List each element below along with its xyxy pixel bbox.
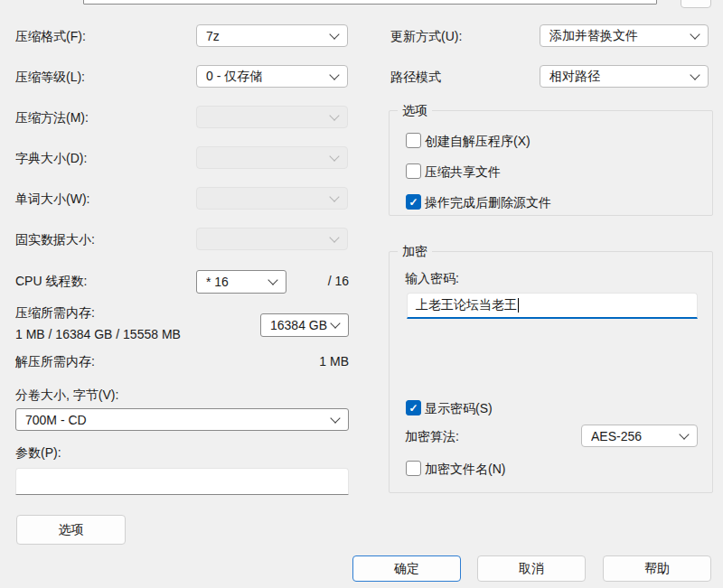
memory-compress-select[interactable]: 16384 GB bbox=[260, 313, 349, 337]
format-select[interactable]: 7z bbox=[196, 24, 348, 47]
check-icon: ✓ bbox=[408, 403, 418, 414]
update-mode-value: 添加并替换文件 bbox=[549, 28, 638, 44]
memory-compress-value: 16384 GB bbox=[270, 318, 327, 332]
method-label: 压缩方法(M): bbox=[15, 110, 89, 126]
encryption-method-label: 加密算法: bbox=[405, 429, 459, 445]
chevron-down-icon bbox=[329, 191, 339, 201]
word-size-label: 单词大小(W): bbox=[15, 191, 89, 208]
chevron-down-icon bbox=[329, 110, 339, 120]
encryption-method-select[interactable]: AES-256 bbox=[581, 425, 698, 447]
chevron-down-icon bbox=[330, 318, 340, 328]
password-label: 输入密码: bbox=[405, 271, 459, 287]
create-sfx-checkbox[interactable]: ✓ bbox=[406, 133, 421, 148]
encrypt-names-label[interactable]: 加密文件名(N) bbox=[425, 462, 505, 478]
chevron-down-icon bbox=[679, 429, 689, 439]
password-input[interactable]: 上老王论坛当老王 bbox=[407, 293, 698, 319]
password-value: 上老王论坛当老王 bbox=[416, 297, 517, 313]
word-size-select bbox=[196, 187, 348, 210]
volume-size-combobox[interactable]: 700M - CD bbox=[15, 408, 349, 431]
ok-button[interactable]: 确定 bbox=[352, 555, 461, 582]
format-value: 7z bbox=[206, 29, 220, 43]
level-label: 压缩等级(L): bbox=[15, 70, 85, 86]
encryption-groupbox: 加密 bbox=[389, 251, 713, 493]
format-label: 压缩格式(F): bbox=[15, 29, 86, 45]
show-password-label[interactable]: 显示密码(S) bbox=[425, 401, 493, 417]
add-to-archive-dialog: 压缩格式(F): 7z 压缩等级(L): 0 - 仅存储 压缩方法(M): 字典… bbox=[0, 0, 723, 588]
update-mode-label: 更新方式(U): bbox=[390, 29, 462, 45]
text-cursor bbox=[518, 298, 519, 313]
compress-shared-label[interactable]: 压缩共享文件 bbox=[425, 164, 501, 181]
cpu-threads-select[interactable]: * 16 bbox=[196, 270, 286, 294]
options-group-title: 选项 bbox=[398, 103, 432, 119]
path-mode-select[interactable]: 相对路径 bbox=[540, 65, 709, 88]
encrypt-names-checkbox[interactable]: ✓ bbox=[406, 461, 421, 476]
memory-decompress-value: 1 MB bbox=[258, 354, 349, 369]
check-icon: ✓ bbox=[408, 197, 418, 208]
solid-block-label: 固实数据大小: bbox=[15, 232, 95, 248]
dictionary-size-select bbox=[196, 146, 348, 169]
show-password-checkbox[interactable]: ✓ bbox=[406, 400, 421, 415]
options-button[interactable]: 选项 bbox=[16, 515, 126, 545]
cancel-button[interactable]: 取消 bbox=[477, 555, 586, 582]
encryption-group-title: 加密 bbox=[398, 244, 432, 260]
delete-after-checkbox[interactable]: ✓ bbox=[406, 194, 421, 210]
volume-size-value: 700M - CD bbox=[25, 413, 87, 427]
cpu-threads-label: CPU 线程数: bbox=[15, 274, 87, 290]
chevron-down-icon bbox=[329, 29, 339, 39]
chevron-down-icon bbox=[268, 275, 277, 285]
update-mode-select[interactable]: 添加并替换文件 bbox=[540, 24, 709, 47]
chevron-down-icon bbox=[690, 29, 700, 39]
encryption-method-value: AES-256 bbox=[591, 429, 642, 443]
path-mode-value: 相对路径 bbox=[549, 69, 600, 85]
chevron-down-icon bbox=[329, 70, 339, 79]
cpu-threads-value: * 16 bbox=[206, 275, 229, 289]
chevron-down-icon bbox=[690, 70, 700, 79]
memory-decompress-label: 解压所需内存: bbox=[15, 354, 95, 370]
dictionary-size-label: 字典大小(D): bbox=[15, 151, 87, 167]
browse-button[interactable] bbox=[681, 0, 711, 8]
archive-name-input[interactable] bbox=[83, 0, 657, 5]
volume-size-label: 分卷大小, 字节(V): bbox=[15, 387, 118, 404]
chevron-down-icon bbox=[329, 232, 339, 242]
parameters-label: 参数(P): bbox=[15, 445, 61, 462]
parameters-input[interactable] bbox=[15, 468, 349, 495]
memory-compress-detail: 1 MB / 16384 GB / 15558 MB bbox=[15, 327, 181, 341]
method-select bbox=[196, 106, 348, 128]
path-mode-label: 路径模式 bbox=[390, 70, 441, 86]
chevron-down-icon bbox=[329, 151, 339, 161]
help-button[interactable]: 帮助 bbox=[603, 555, 711, 582]
solid-block-select bbox=[196, 228, 348, 250]
delete-after-label[interactable]: 操作完成后删除源文件 bbox=[425, 195, 551, 211]
memory-compress-label: 压缩所需内存: bbox=[15, 305, 95, 322]
level-select[interactable]: 0 - 仅存储 bbox=[196, 65, 348, 88]
level-value: 0 - 仅存储 bbox=[206, 69, 262, 85]
compress-shared-checkbox[interactable]: ✓ bbox=[406, 163, 421, 179]
create-sfx-label[interactable]: 创建自解压程序(X) bbox=[425, 134, 531, 150]
cpu-threads-max: / 16 bbox=[304, 274, 349, 288]
chevron-down-icon bbox=[330, 413, 340, 423]
